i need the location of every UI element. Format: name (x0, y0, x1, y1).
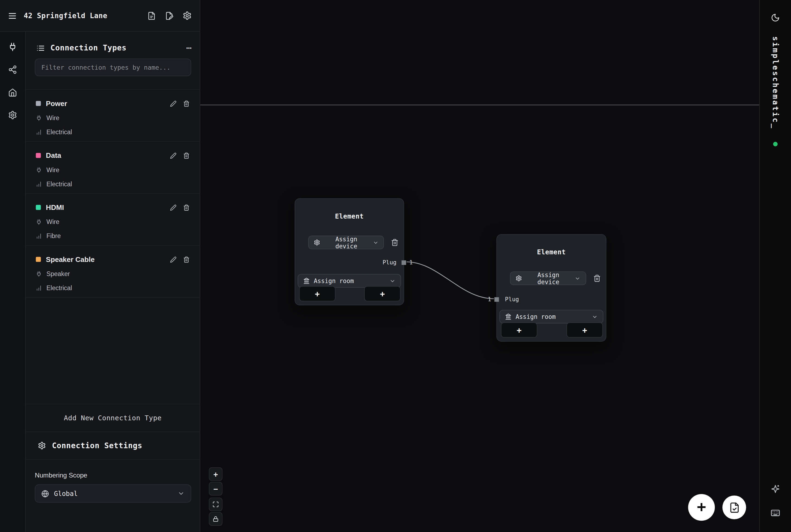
medium-label: Wire (46, 218, 59, 226)
document-button[interactable] (147, 12, 156, 20)
add-slot-button[interactable]: + (364, 286, 401, 301)
assign-device-button[interactable]: Assign device (308, 235, 384, 249)
keyboard-icon (771, 508, 780, 518)
ai-assist-button[interactable] (771, 484, 780, 494)
trash-icon (183, 100, 190, 107)
home-icon (8, 88, 17, 97)
right-rail: simpleschematic_ (759, 0, 791, 532)
delete-button[interactable] (183, 152, 190, 159)
connection-types-panel: Connection Types ⋯ Power Wire Electrical (26, 32, 200, 532)
connection-type-name: Speaker Cable (46, 255, 95, 264)
zoom-out-button[interactable]: − (209, 482, 222, 495)
delete-node-button[interactable] (391, 239, 399, 246)
sparkles-icon (771, 484, 780, 494)
topbar: 42 Springfield Lane (0, 0, 200, 32)
signal-icon (36, 285, 42, 291)
edit-button[interactable] (170, 100, 176, 107)
landmark-icon (505, 314, 512, 320)
file-text-icon (147, 12, 156, 20)
schematic-canvas[interactable]: Element Assign device Plug 1 Assign room (200, 0, 759, 532)
maximize-icon (212, 501, 219, 508)
panel-header: Connection Types ⋯ (36, 40, 192, 56)
rail-item-network[interactable] (4, 61, 21, 78)
medium-label: Wire (46, 114, 59, 121)
chevron-down-icon (389, 278, 396, 284)
trash-icon (593, 274, 601, 282)
project-title: 42 Springfield Lane (24, 12, 107, 20)
lock-icon (212, 516, 219, 522)
chevron-down-icon (592, 314, 598, 320)
category-label: Electrical (46, 285, 72, 292)
delete-button[interactable] (183, 256, 190, 263)
edit-button[interactable] (170, 256, 176, 263)
port-number: 1 (409, 260, 412, 266)
assign-room-select[interactable]: Assign room (499, 310, 603, 323)
plug-port[interactable] (495, 297, 499, 302)
trash-icon (183, 152, 190, 159)
gear-icon (516, 275, 522, 282)
add-connection-type-button[interactable]: Add New Connection Type (26, 404, 200, 432)
plug-port[interactable] (402, 260, 406, 265)
fit-view-button[interactable] (209, 498, 222, 511)
theme-toggle-button[interactable] (771, 13, 780, 22)
filter-input[interactable] (35, 59, 191, 76)
signal-icon (36, 129, 42, 135)
rail-item-settings[interactable] (4, 107, 21, 123)
delete-node-button[interactable] (593, 274, 601, 282)
gear-icon (8, 110, 17, 119)
connection-type-item: Power Wire Electrical (26, 90, 200, 142)
edit-button[interactable] (170, 204, 176, 211)
cable-icon (36, 271, 42, 277)
connection-wire (200, 0, 759, 532)
settings-button[interactable] (183, 11, 192, 20)
assign-room-select[interactable]: Assign room (297, 274, 401, 288)
node-title: Element (497, 248, 606, 256)
rail-item-home[interactable] (4, 84, 21, 100)
pencil-icon (170, 204, 176, 211)
trash-icon (183, 204, 190, 211)
chevron-down-icon (177, 490, 185, 497)
connection-settings-title: Connection Settings (52, 441, 142, 450)
panel-menu-button[interactable]: ⋯ (186, 43, 192, 52)
menu-button[interactable] (7, 11, 17, 20)
connection-type-item: Data Wire Electrical (26, 142, 200, 194)
topbar-actions (147, 11, 192, 20)
list-icon (36, 44, 45, 52)
gear-icon (314, 239, 320, 246)
assign-room-label: Assign room (516, 313, 556, 320)
zoom-in-button[interactable]: + (209, 467, 222, 481)
zoom-controls: + − (209, 467, 222, 526)
edit-button[interactable] (170, 152, 176, 159)
plug-icon (8, 42, 17, 51)
connection-type-item: HDMI Wire Fibre (26, 194, 200, 246)
rail-item-connections[interactable] (4, 38, 21, 55)
assign-device-button[interactable]: Assign device (510, 271, 586, 285)
pencil-icon (170, 256, 176, 263)
keyboard-shortcuts-button[interactable] (771, 508, 780, 518)
panel-title: Connection Types (51, 43, 127, 52)
delete-button[interactable] (183, 204, 190, 211)
cable-icon (36, 115, 42, 121)
landmark-icon (303, 278, 310, 284)
category-label: Fibre (46, 233, 61, 240)
trash-icon (183, 256, 190, 263)
add-slot-button[interactable]: + (501, 322, 537, 338)
color-swatch (36, 101, 41, 106)
color-swatch (36, 205, 41, 210)
app: 42 Springfield Lane (0, 0, 791, 532)
lock-button[interactable] (209, 512, 222, 526)
wall-line (200, 104, 759, 106)
menu-icon (7, 11, 17, 20)
element-node[interactable]: Element Assign device Plug 1 Assign room (496, 234, 606, 342)
delete-button[interactable] (183, 100, 190, 107)
numbering-scope-select[interactable]: Global (35, 484, 191, 503)
plug-label: Plug (505, 296, 519, 303)
connection-settings-header: Connection Settings (26, 432, 200, 460)
element-node[interactable]: Element Assign device Plug 1 Assign room (295, 198, 404, 305)
add-element-fab[interactable]: + (688, 494, 715, 521)
add-slot-button[interactable]: + (299, 286, 335, 301)
add-slot-button[interactable]: + (566, 322, 603, 338)
export-document-fab[interactable] (722, 496, 746, 519)
edit-document-button[interactable] (165, 12, 174, 20)
numbering-scope-label: Numbering Scope (35, 471, 87, 479)
